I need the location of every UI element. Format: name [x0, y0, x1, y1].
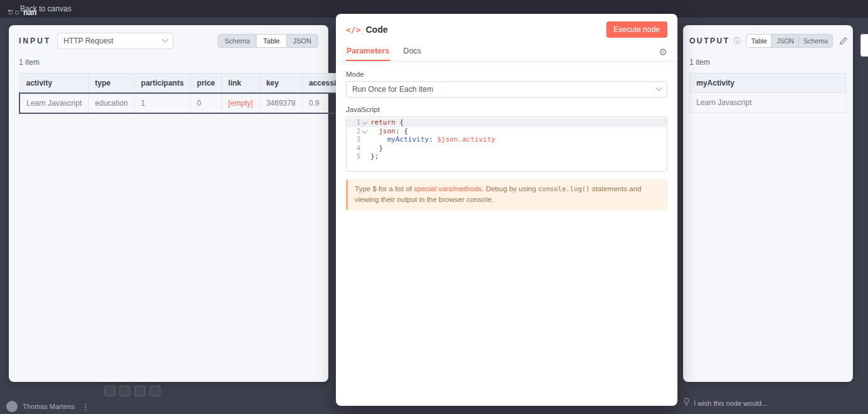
- chevron-down-icon: [162, 36, 169, 42]
- input-table-row[interactable]: Learn Javascripteducation10[empty]346937…: [19, 93, 360, 113]
- output-view-tab-table[interactable]: Table: [747, 35, 772, 47]
- input-table: activitytypeparticipantspricelinkkeyacce…: [19, 73, 361, 114]
- fold-gutter-spacer: [360, 135, 369, 144]
- output-panel-title: OUTPUT: [689, 36, 730, 45]
- line-number: 2: [347, 127, 360, 136]
- node-parameters: Mode Run Once for Each Item JavaScript 1…: [336, 62, 677, 218]
- input-table-cell: Learn Javascript: [19, 93, 89, 113]
- edit-output-button[interactable]: [837, 34, 850, 48]
- input-table-cell: [empty]: [221, 93, 259, 113]
- input-table-cell: 1: [135, 93, 191, 113]
- output-view-tab-json[interactable]: JSON: [772, 35, 799, 47]
- input-table-cell: education: [89, 93, 135, 113]
- input-source-value: HTTP Request: [64, 36, 113, 45]
- input-view-tab-json[interactable]: JSON: [287, 35, 318, 47]
- input-view-tab-table[interactable]: Table: [257, 35, 286, 47]
- line-number: 5: [347, 152, 360, 161]
- output-table-row[interactable]: Learn Javascript: [690, 93, 847, 113]
- code-line[interactable]: 3 myActivity: $json.activity: [347, 135, 667, 144]
- node-feedback-link[interactable]: I wish this node would...: [683, 398, 767, 409]
- line-number: 3: [347, 135, 360, 144]
- kebab-menu-icon[interactable]: ⋮: [80, 402, 92, 411]
- avatar[interactable]: [6, 401, 18, 412]
- zoom-button-ghost: [150, 386, 160, 396]
- line-number: 4: [347, 144, 360, 153]
- hint-box: Type $ for a list of special vars/method…: [346, 179, 667, 210]
- fold-gutter-spacer: [360, 144, 369, 153]
- input-panel-header: INPUT HTTP Request SchemaTableJSON: [19, 33, 318, 49]
- output-panel: OUTPUT ⓘ TableJSONSchema 1 item myActivi…: [683, 25, 853, 382]
- mode-label: Mode: [346, 70, 667, 78]
- output-view-switcher: TableJSONSchema: [746, 34, 833, 48]
- javascript-label: JavaScript: [346, 106, 667, 113]
- code-line[interactable]: 2 json: {: [347, 127, 667, 136]
- input-table-col-price[interactable]: price: [191, 74, 222, 94]
- code-text: return {: [369, 118, 404, 127]
- zoom-button-ghost: [120, 386, 130, 396]
- code-text: }: [369, 144, 383, 153]
- canvas-zoom-controls-ghost: [104, 386, 160, 396]
- tab-docs[interactable]: Docs: [403, 43, 421, 61]
- mode-select[interactable]: Run Once for Each Item: [346, 81, 667, 98]
- output-table-cell: Learn Javascript: [690, 93, 847, 113]
- info-icon: ⓘ: [733, 37, 741, 45]
- pencil-icon: [839, 36, 848, 45]
- input-table-col-link[interactable]: link: [221, 74, 259, 94]
- line-number: 1: [347, 118, 360, 127]
- zoom-button-ghost: [135, 386, 145, 396]
- input-source-select[interactable]: HTTP Request: [57, 33, 174, 49]
- input-view-switcher: SchemaTableJSON: [218, 34, 318, 48]
- console-log-code: console.log(): [538, 185, 590, 193]
- wish-text: I wish this node would...: [694, 400, 767, 407]
- fold-chevron-icon[interactable]: [360, 118, 369, 127]
- input-table-col-activity[interactable]: activity: [19, 74, 89, 94]
- code-editor[interactable]: 1return {2 json: {3 myActivity: $json.ac…: [346, 116, 667, 172]
- workflow-name: nan: [23, 8, 36, 17]
- code-node-detail: </> Code Execute node Parameters Docs ⚙ …: [336, 14, 677, 406]
- code-text: json: {: [369, 127, 408, 136]
- zoom-button-ghost: [104, 386, 115, 396]
- tab-parameters[interactable]: Parameters: [346, 43, 390, 61]
- input-table-col-participants[interactable]: participants: [135, 74, 191, 94]
- hint-text: Type $ for a list of special vars/method…: [355, 185, 642, 203]
- chevron-down-icon: [656, 84, 662, 91]
- node-title: Code: [365, 25, 387, 35]
- input-table-col-type[interactable]: type: [89, 74, 135, 94]
- input-panel: INPUT HTTP Request SchemaTableJSON 1 ite…: [9, 25, 328, 382]
- input-table-cell: 3469378: [260, 93, 303, 113]
- code-line[interactable]: 1return {: [347, 118, 667, 127]
- user-menu[interactable]: Thomas Martens ⋮: [6, 401, 92, 412]
- code-text: };: [369, 152, 379, 161]
- fold-gutter-spacer: [360, 152, 369, 161]
- node-tabs: Parameters Docs ⚙: [336, 43, 677, 62]
- input-panel-title: INPUT: [19, 36, 51, 45]
- workflow-name-ghost: nan: [9, 8, 36, 17]
- offscreen-panel-edge: [860, 34, 868, 57]
- hint-text-segment: . Debug by using: [482, 185, 538, 193]
- hint-text-segment: Type $ for a list of: [355, 185, 414, 193]
- output-panel-header: OUTPUT ⓘ TableJSONSchema: [689, 33, 847, 49]
- input-view-tab-schema[interactable]: Schema: [218, 35, 257, 47]
- output-table-header-row: myActivity: [690, 74, 847, 93]
- input-items-count: 1 item: [19, 58, 318, 67]
- output-table-col-myactivity[interactable]: myActivity: [690, 74, 847, 93]
- canvas-icon-ghost: [15, 11, 19, 14]
- input-table-cell: 0: [191, 93, 222, 113]
- code-line[interactable]: 4 }: [347, 144, 667, 153]
- execute-node-button[interactable]: Execute node: [606, 21, 667, 38]
- input-table-header-row: activitytypeparticipantspricelinkkeyacce…: [19, 74, 360, 94]
- special-vars-link[interactable]: special vars/methods: [414, 185, 482, 193]
- output-view-tab-schema[interactable]: Schema: [799, 35, 832, 47]
- canvas-icon-ghost: [9, 11, 13, 14]
- fold-chevron-icon[interactable]: [360, 127, 369, 136]
- node-header: </> Code Execute node: [336, 14, 677, 43]
- node-settings-gear-icon[interactable]: ⚙: [659, 47, 667, 57]
- code-line[interactable]: 5};: [347, 152, 667, 161]
- output-table: myActivityLearn Javascript: [689, 73, 847, 113]
- code-node-icon: </>: [346, 25, 360, 35]
- code-text: myActivity: $json.activity: [369, 135, 496, 144]
- output-items-count: 1 item: [689, 58, 847, 67]
- mode-value: Run Once for Each Item: [352, 85, 433, 94]
- input-table-col-key[interactable]: key: [260, 74, 303, 94]
- lightbulb-icon: [683, 398, 690, 409]
